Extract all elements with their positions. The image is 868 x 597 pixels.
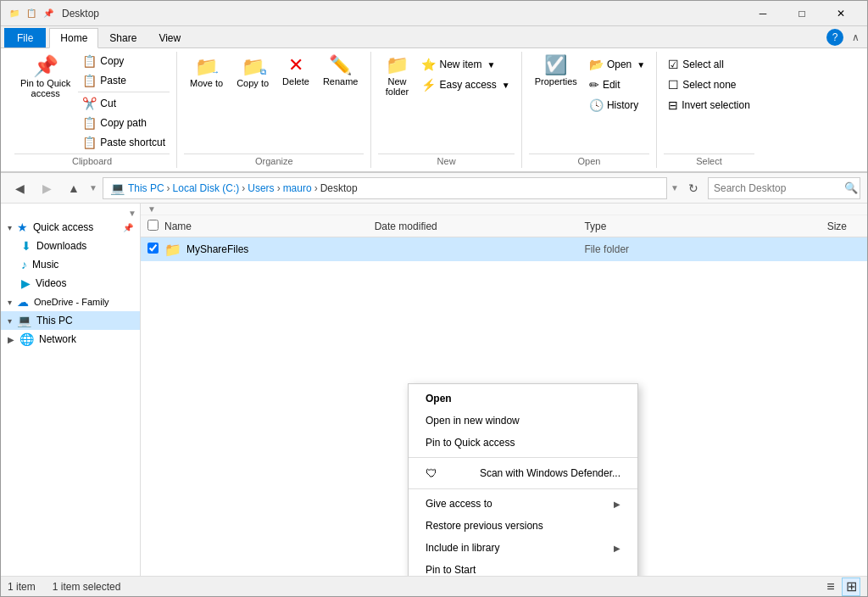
give-access-arrow: ▶ <box>614 499 620 509</box>
file-type: File folder <box>584 243 742 255</box>
column-expand-button[interactable]: ▼ <box>147 204 156 214</box>
cut-button[interactable]: ✂️ Cut <box>78 94 170 113</box>
sidebar-item-this-pc[interactable]: ▾ 💻 This PC <box>1 311 140 330</box>
properties-button[interactable]: ☑️ Properties <box>529 52 583 91</box>
list-view-button[interactable]: ⊞ <box>842 577 860 596</box>
forward-button[interactable]: ▶ <box>35 176 58 200</box>
rename-button[interactable]: ✏️ Rename <box>317 52 364 91</box>
easy-access-button[interactable]: ⚡ Easy access ▼ <box>417 75 514 94</box>
header-type[interactable]: Type <box>584 220 742 232</box>
select-none-button[interactable]: ☐ Select none <box>664 75 754 94</box>
refresh-button[interactable]: ↻ <box>682 177 704 199</box>
column-expand-row: ▼ <box>141 204 867 215</box>
path-crumb-users[interactable]: Users <box>248 182 274 194</box>
minimize-button[interactable]: ─ <box>743 1 782 26</box>
ctx-give-access[interactable]: Give access to ▶ <box>409 493 637 515</box>
address-bar: ◀ ▶ ▲ ▼ 💻 This PC › Local Disk (C:) › Us… <box>1 173 867 204</box>
new-folder-button[interactable]: 📁 New folder <box>378 52 415 101</box>
ctx-restore-versions[interactable]: Restore previous versions <box>409 515 637 537</box>
include-library-arrow: ▶ <box>614 544 620 553</box>
ctx-pin-quick-access[interactable]: Pin to Quick access <box>409 432 637 454</box>
tab-view[interactable]: View <box>147 28 192 47</box>
ctx-open[interactable]: Open <box>409 388 637 410</box>
history-button[interactable]: 🕓 History <box>585 96 649 114</box>
path-folder-icon: 💻 <box>110 181 125 195</box>
details-view-button[interactable]: ≡ <box>821 577 840 596</box>
network-icon: 🌐 <box>19 332 34 346</box>
move-to-button[interactable]: 📁 → Move to <box>184 52 229 92</box>
sidebar-item-network[interactable]: ▶ 🌐 Network <box>1 330 140 349</box>
search-input[interactable] <box>714 182 841 194</box>
paste-shortcut-button[interactable]: 📋 Paste shortcut <box>78 133 170 152</box>
network-arrow: ▶ <box>8 335 14 344</box>
file-name: MyShareFiles <box>186 243 248 255</box>
path-crumb-mauro[interactable]: mauro <box>283 182 312 194</box>
ribbon: 📌 Pin to Quick access 📋 Copy 📋 Paste ✂️ … <box>1 48 867 173</box>
edit-button[interactable]: ✏ Edit <box>585 75 649 94</box>
select-label: Select <box>664 153 754 168</box>
ribbon-tabs: File Home Share View ? ∧ <box>1 26 867 48</box>
folder-icon: 📁 <box>164 242 181 258</box>
maximize-button[interactable]: □ <box>782 1 821 26</box>
recent-paths-button[interactable]: ▼ <box>89 183 97 192</box>
header-name[interactable]: Name <box>164 220 375 232</box>
path-dropdown-btn[interactable]: ▼ <box>670 183 679 192</box>
select-all-button[interactable]: ☑ Select all <box>664 55 754 74</box>
search-icon: 🔍 <box>844 181 858 194</box>
search-box[interactable]: 🔍 <box>708 177 860 199</box>
invert-selection-button[interactable]: ⊟ Invert selection <box>664 96 754 114</box>
paste-button[interactable]: 📋 Paste <box>78 71 170 90</box>
path-crumb-localdisk[interactable]: Local Disk (C:) <box>173 182 240 194</box>
ribbon-collapse-btn[interactable]: ∧ <box>847 29 864 46</box>
open-button[interactable]: 📂 Open ▼ <box>585 55 649 74</box>
ctx-open-new-window[interactable]: Open in new window <box>409 410 637 432</box>
status-item-count: 1 item 1 item selected <box>8 581 821 593</box>
up-button[interactable]: ▲ <box>62 176 86 200</box>
copy-path-icon: 📋 <box>82 116 97 130</box>
copy-path-button[interactable]: 📋 Copy path <box>78 114 170 132</box>
thispc-arrow: ▾ <box>8 316 12 326</box>
app-icon-3: 📌 <box>42 7 55 20</box>
ctx-scan-defender[interactable]: 🛡 Scan with Windows Defender... <box>409 461 637 485</box>
select-all-icon: ☑ <box>668 58 679 71</box>
tab-home[interactable]: Home <box>49 28 98 48</box>
tab-file[interactable]: File <box>4 28 46 47</box>
header-size[interactable]: Size <box>742 220 860 232</box>
sidebar-item-music[interactable]: ♪ Music <box>1 255 140 274</box>
file-row[interactable]: 📁 MyShareFiles File folder <box>141 237 867 261</box>
sidebar-collapse-button[interactable]: ▼ <box>128 209 136 218</box>
organize-group: 📁 → Move to 📁 ⧉ Copy to ✕ Delete ✏️ Rena… <box>177 52 371 168</box>
open-icon: 📂 <box>589 58 604 71</box>
header-date[interactable]: Date modified <box>375 220 585 232</box>
close-button[interactable]: ✕ <box>821 1 860 26</box>
sidebar-item-videos[interactable]: ▶ Videos <box>1 274 140 293</box>
help-button[interactable]: ? <box>826 29 843 46</box>
copy-button[interactable]: 📋 Copy <box>78 52 170 70</box>
onedrive-arrow: ▾ <box>8 298 12 307</box>
sidebar: ▼ ▾ ★ Quick access 📌 ⬇ Downloads ♪ Music… <box>1 204 141 576</box>
ctx-include-library[interactable]: Include in library ▶ <box>409 537 637 559</box>
new-item-button[interactable]: ⭐ New item ▼ <box>417 55 514 74</box>
pin-icon: 📌 <box>33 56 58 76</box>
ctx-pin-start[interactable]: Pin to Start <box>409 559 637 576</box>
file-checkbox[interactable] <box>147 243 159 254</box>
delete-button[interactable]: ✕ Delete <box>276 52 315 91</box>
back-button[interactable]: ◀ <box>8 176 31 200</box>
path-crumb-thispc[interactable]: This PC <box>128 182 164 194</box>
sidebar-item-quick-access[interactable]: ▾ ★ Quick access 📌 <box>1 218 140 237</box>
status-bar: 1 item 1 item selected ≡ ⊞ <box>1 576 867 596</box>
easy-access-icon: ⚡ <box>421 78 436 92</box>
select-all-checkbox[interactable] <box>147 220 159 231</box>
pin-to-quick-access-button[interactable]: 📌 Pin to Quick access <box>14 52 76 103</box>
videos-icon: ▶ <box>21 276 31 290</box>
new-group: 📁 New folder ⭐ New item ▼ ⚡ Easy access … <box>371 52 521 168</box>
file-area: ▼ Name Date modified Type Size 📁 MyShare… <box>141 204 867 576</box>
address-path[interactable]: 💻 This PC › Local Disk (C:) › Users › ma… <box>103 177 667 199</box>
copy-to-button[interactable]: 📁 ⧉ Copy to <box>231 52 275 92</box>
sidebar-item-downloads[interactable]: ⬇ Downloads <box>1 237 140 255</box>
sidebar-expand-row: ▼ <box>1 207 140 218</box>
tab-share[interactable]: Share <box>98 28 147 47</box>
open-group: ☑️ Properties 📂 Open ▼ ✏ Edit 🕓 History <box>522 52 657 168</box>
sidebar-item-onedrive[interactable]: ▾ ☁ OneDrive - Family <box>1 293 140 311</box>
pin-icon: 📌 <box>123 223 133 232</box>
